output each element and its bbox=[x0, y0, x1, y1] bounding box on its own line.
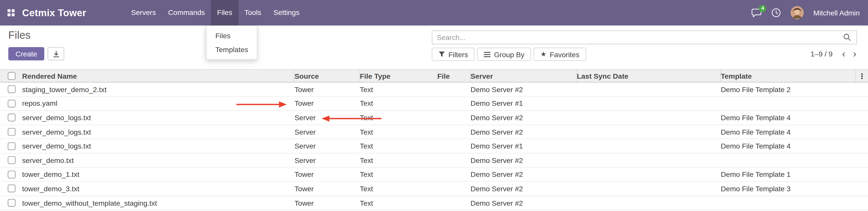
files-list-view: Rendered Name Source File Type File Serv… bbox=[0, 69, 868, 210]
cell-template: Demo File Template 4 bbox=[721, 114, 868, 122]
search-bar bbox=[432, 30, 857, 44]
column-header-last-sync-date[interactable]: Last Sync Date bbox=[577, 70, 721, 82]
clock-icon bbox=[771, 8, 781, 18]
cell-file-type: Text bbox=[360, 142, 438, 150]
favorites-button-label: Favorites bbox=[550, 50, 579, 58]
cell-source: Tower bbox=[294, 99, 360, 108]
cell-server: Demo Server #2 bbox=[471, 85, 577, 94]
group-by-button[interactable]: Group By bbox=[477, 48, 531, 61]
pager-previous-button[interactable]: ‹ bbox=[838, 48, 849, 60]
nav-menu-tools[interactable]: Tools bbox=[238, 0, 268, 26]
cell-server: Demo Server #2 bbox=[471, 184, 577, 193]
select-all-checkbox[interactable] bbox=[8, 72, 16, 80]
cell-template: Demo File Template 2 bbox=[721, 85, 868, 94]
filters-button[interactable]: Filters bbox=[432, 48, 474, 61]
table-row[interactable]: staging_tower_demo_2.txt Tower Text Demo… bbox=[0, 83, 868, 97]
cell-source: Tower bbox=[294, 85, 360, 94]
row-checkbox[interactable] bbox=[8, 86, 16, 93]
table-row[interactable]: server_demo_logs.txt Server Text Demo Se… bbox=[0, 140, 868, 154]
column-header-source[interactable]: Source bbox=[294, 70, 360, 82]
cell-file-type: Text bbox=[360, 85, 438, 94]
column-header-file-type[interactable]: File Type bbox=[360, 70, 438, 82]
activities-clock-icon[interactable] bbox=[771, 8, 781, 18]
row-checkbox[interactable] bbox=[8, 199, 16, 207]
cell-rendered-name: tower_demo_without_template_staging.txt bbox=[22, 199, 295, 207]
cell-file-type: Text bbox=[360, 170, 438, 179]
column-header-file[interactable]: File bbox=[437, 70, 470, 82]
table-row[interactable]: tower_demo_3.txt Tower Text Demo Server … bbox=[0, 182, 868, 196]
user-avatar[interactable] bbox=[790, 6, 804, 20]
cell-rendered-name: server_demo_logs.txt bbox=[22, 114, 295, 122]
table-header-row: Rendered Name Source File Type File Serv… bbox=[0, 69, 868, 83]
cell-rendered-name: tower_demo_3.txt bbox=[22, 184, 295, 193]
cell-server: Demo Server #2 bbox=[471, 199, 577, 207]
column-header-server[interactable]: Server bbox=[471, 70, 577, 82]
create-button[interactable]: Create bbox=[8, 47, 44, 60]
apps-grid-icon[interactable] bbox=[0, 0, 22, 26]
table-row[interactable]: repos.yaml Tower Text Demo Server #1 bbox=[0, 97, 868, 111]
nav-menu-servers[interactable]: Servers bbox=[125, 0, 162, 26]
table-body: staging_tower_demo_2.txt Tower Text Demo… bbox=[0, 83, 868, 210]
row-checkbox[interactable] bbox=[8, 114, 16, 122]
search-icon[interactable] bbox=[843, 33, 857, 41]
row-checkbox[interactable] bbox=[8, 156, 16, 164]
row-checkbox[interactable] bbox=[8, 185, 16, 192]
cell-rendered-name: server_demo.txt bbox=[22, 156, 295, 164]
cell-rendered-name: server_demo_logs.txt bbox=[22, 142, 295, 150]
cell-template: Demo File Template 4 bbox=[721, 128, 868, 136]
dropdown-item-templates[interactable]: Templates bbox=[207, 43, 257, 57]
cell-source: Tower bbox=[294, 199, 360, 207]
row-checkbox[interactable] bbox=[8, 128, 16, 136]
favorites-button[interactable]: ★ Favorites bbox=[534, 48, 586, 61]
table-row[interactable]: server_demo_logs.txt Server Text Demo Se… bbox=[0, 125, 868, 139]
column-header-rendered-name[interactable]: Rendered Name bbox=[22, 70, 295, 82]
search-filter-buttons: Filters Group By ★ Favorites bbox=[432, 48, 586, 61]
app-root: Cetmix Tower Servers Commands Files Tool… bbox=[0, 0, 868, 211]
table-row[interactable]: tower_demo_1.txt Tower Text Demo Server … bbox=[0, 168, 868, 182]
cell-server: Demo Server #2 bbox=[471, 114, 577, 122]
messages-count-badge: 4 bbox=[759, 5, 766, 12]
cell-source: Server bbox=[294, 128, 360, 136]
search-input[interactable] bbox=[432, 33, 843, 41]
filter-funnel-icon bbox=[439, 51, 445, 57]
pager-range: 1–9 / 9 bbox=[811, 50, 833, 58]
cell-file-type: Text bbox=[360, 114, 438, 122]
cell-file-type: Text bbox=[360, 128, 438, 136]
dropdown-item-files[interactable]: Files bbox=[207, 29, 257, 43]
nav-menu-commands[interactable]: Commands bbox=[162, 0, 211, 26]
column-header-template[interactable]: Template bbox=[721, 70, 856, 82]
control-panel-actions: Create bbox=[8, 47, 64, 60]
export-download-button[interactable] bbox=[48, 47, 64, 60]
cell-source: Server bbox=[294, 156, 360, 164]
app-brand-title[interactable]: Cetmix Tower bbox=[22, 7, 87, 19]
nav-menu-files[interactable]: Files bbox=[211, 0, 238, 26]
cell-server: Demo Server #1 bbox=[471, 99, 577, 108]
files-dropdown-menu: Files Templates bbox=[206, 26, 257, 60]
table-row[interactable]: tower_demo_without_template_staging.txt … bbox=[0, 196, 868, 210]
apps-grid-icon-svg bbox=[7, 9, 15, 17]
navbar-right-section: 4 Mitchell Admin bbox=[751, 0, 868, 26]
user-name[interactable]: Mitchell Admin bbox=[813, 9, 860, 17]
cell-server: Demo Server #2 bbox=[471, 156, 577, 164]
cell-rendered-name: server_demo_logs.txt bbox=[22, 128, 295, 136]
messages-icon[interactable]: 4 bbox=[751, 8, 762, 18]
row-checkbox[interactable] bbox=[8, 171, 16, 178]
cell-source: Tower bbox=[294, 184, 360, 193]
download-icon bbox=[52, 50, 59, 57]
cell-file-type: Text bbox=[360, 199, 438, 207]
optional-columns-toggle[interactable]: ⋮ bbox=[856, 70, 868, 82]
cell-server: Demo Server #2 bbox=[471, 128, 577, 136]
page-title: Files bbox=[8, 29, 31, 41]
table-row[interactable]: server_demo_logs.txt Server Text Demo Se… bbox=[0, 111, 868, 125]
table-row[interactable]: server_demo.txt Server Text Demo Server … bbox=[0, 154, 868, 168]
pager-next-button[interactable]: › bbox=[849, 48, 860, 60]
row-checkbox[interactable] bbox=[8, 142, 16, 150]
row-checkbox[interactable] bbox=[8, 100, 16, 108]
main-menu-bar: Servers Commands Files Tools Settings bbox=[125, 0, 306, 26]
cell-source: Server bbox=[294, 114, 360, 122]
star-icon: ★ bbox=[540, 51, 547, 57]
nav-menu-settings[interactable]: Settings bbox=[268, 0, 306, 26]
cell-source: Server bbox=[294, 142, 360, 150]
cell-file-type: Text bbox=[360, 156, 438, 164]
cell-template: Demo File Template 3 bbox=[721, 184, 868, 193]
